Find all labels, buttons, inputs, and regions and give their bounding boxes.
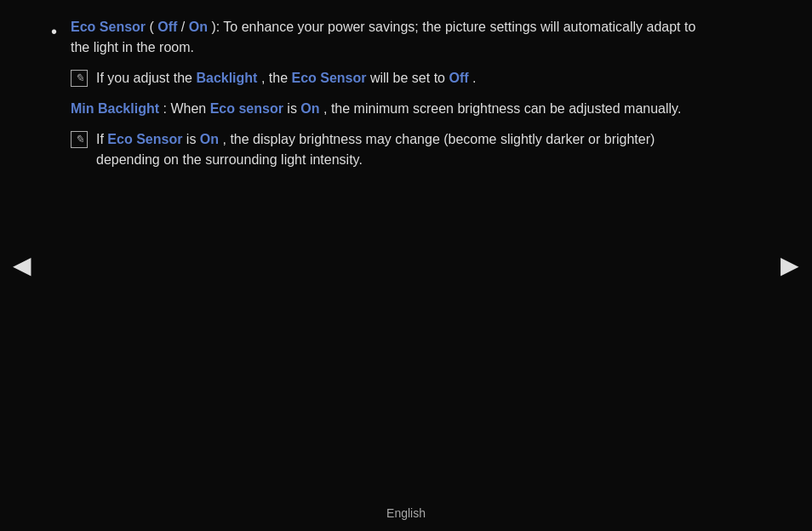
note-block-2: ✎ If Eco Sensor is On , the display brig… xyxy=(71,129,715,170)
note2-is: is xyxy=(186,132,200,146)
paren-open: ( xyxy=(150,20,154,34)
min-backlight-on: On xyxy=(300,101,319,116)
note-text-1: If you adjust the Backlight , the Eco Se… xyxy=(96,68,715,88)
min-backlight-eco-sensor: Eco sensor xyxy=(210,101,283,116)
note1-backlight: Backlight xyxy=(196,71,257,85)
min-backlight-block: Min Backlight : When Eco sensor is On , … xyxy=(71,99,715,119)
note-icon-2: ✎ xyxy=(71,131,88,148)
min-backlight-label: Min Backlight xyxy=(71,101,159,116)
on-label: On xyxy=(189,20,208,34)
note2-on: On xyxy=(200,132,219,146)
note1-before: If you adjust the xyxy=(96,71,196,85)
eco-sensor-label: Eco Sensor xyxy=(71,20,146,34)
min-backlight-when: : When xyxy=(163,101,209,116)
bullet-item: • Eco Sensor ( Off / On ): To enhance yo… xyxy=(51,17,715,180)
note1-middle: , the xyxy=(261,71,292,85)
off-label: Off xyxy=(157,20,177,34)
nav-arrow-right[interactable]: ▶ xyxy=(781,248,799,283)
nav-arrow-left[interactable]: ◀ xyxy=(13,248,31,283)
language-label: English xyxy=(386,505,426,522)
note-text-2: If Eco Sensor is On , the display bright… xyxy=(96,129,715,170)
note1-off: Off xyxy=(449,71,468,85)
note1-period: . xyxy=(472,71,476,85)
bullet-content: Eco Sensor ( Off / On ): To enhance your… xyxy=(71,17,715,180)
main-content: • Eco Sensor ( Off / On ): To enhance yo… xyxy=(0,0,766,211)
min-backlight-rest: , the minimum screen brightness can be a… xyxy=(323,101,681,116)
slash: / xyxy=(181,20,189,34)
min-backlight-is: is xyxy=(287,101,300,116)
note1-eco-sensor: Eco Sensor xyxy=(291,71,366,85)
note2-if: If xyxy=(96,132,107,146)
note1-will-be: will be set to xyxy=(370,71,449,85)
note-block-1: ✎ If you adjust the Backlight , the Eco … xyxy=(71,68,715,88)
bullet-dot: • xyxy=(51,19,57,44)
note-icon-1: ✎ xyxy=(71,70,88,87)
note2-eco-sensor: Eco Sensor xyxy=(107,132,182,146)
